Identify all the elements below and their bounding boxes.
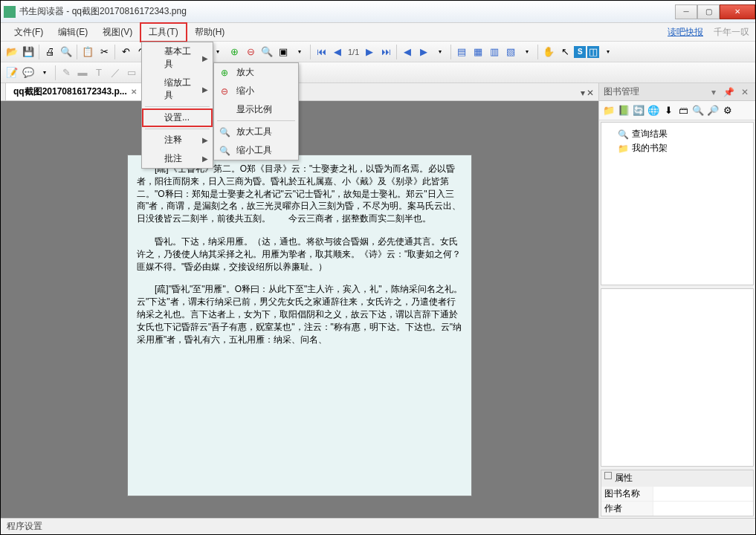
menu-markup[interactable]: 批注▶: [142, 149, 213, 168]
menu-tools[interactable]: 工具(T): [140, 22, 187, 42]
document-tab[interactable]: qq截图20170816172343.p... ✕: [5, 82, 145, 100]
gear-icon[interactable]: ⚙: [722, 105, 734, 117]
snap-icon[interactable]: ✂: [97, 45, 112, 59]
toolbar-main: 📂 💾 🖨 🔍 📋 ✂ ↶ ↷ ✋ ▭ ⊕ ▾ ⊕ ⊖ 🔍 ▣ ▾ ⏮ ◀ 1/…: [1, 42, 755, 62]
fit-icon[interactable]: ▣: [276, 45, 291, 59]
tab-label: qq截图20170816172343.p...: [13, 85, 127, 98]
tree-label: 查询结果: [632, 128, 668, 140]
fwd-icon[interactable]: ▶: [416, 45, 431, 59]
pointer-icon[interactable]: ↖: [558, 45, 572, 59]
menu-zoom-tools[interactable]: 缩放工具▶: [142, 74, 213, 105]
menu-view[interactable]: 视图(V): [95, 24, 140, 41]
hand2-icon[interactable]: ✋: [541, 45, 556, 59]
panel-title: 图书管理: [604, 85, 639, 98]
properties-grid: 属性 图书名称 作者: [601, 470, 754, 516]
s-icon[interactable]: S: [574, 46, 586, 58]
panel-menu-icon[interactable]: ▾: [711, 87, 718, 97]
share-icon[interactable]: ◫: [587, 46, 599, 58]
menu-help[interactable]: 帮助(H): [187, 24, 233, 41]
folder-icon[interactable]: 📁: [603, 105, 615, 117]
panel-header: 图书管理 ▾ 📌 ✕: [599, 83, 755, 101]
library-tree[interactable]: 🔍 查询结果 📁 我的书架: [601, 122, 754, 285]
first-page-icon[interactable]: ⏮: [314, 45, 329, 59]
open-icon[interactable]: 📂: [4, 45, 19, 59]
zoom-out-icon[interactable]: ⊖: [243, 45, 258, 59]
paragraph: [疏]《士昏礼》第二。O郑《目录》云："士娶妻之礼，以昏为而名焉。必以昏者，阳往…: [137, 163, 462, 225]
last-page-icon[interactable]: ⏭: [378, 45, 393, 59]
back-icon[interactable]: ◀: [400, 45, 415, 59]
submenu-zoom-in[interactable]: ⊕放大: [214, 63, 298, 82]
db-icon[interactable]: 🗃: [677, 105, 689, 117]
props-header[interactable]: 属性: [601, 470, 753, 486]
globe-icon[interactable]: 🌐: [647, 105, 659, 117]
layout1-icon[interactable]: ▤: [454, 45, 469, 59]
refresh-icon[interactable]: 🔄: [633, 105, 644, 117]
tools-dropdown: 基本工具▶ 缩放工具▶ 设置... 注释▶ 批注▶: [141, 42, 213, 169]
toolbar-annotate: 📝 💬 ▾ ✎ ▬ T ／ ▭ ▾: [1, 62, 755, 83]
zoom-in2-icon[interactable]: ⊕: [227, 45, 242, 59]
filter-icon[interactable]: 🔎: [707, 105, 719, 117]
menu-edit[interactable]: 编辑(E): [51, 24, 95, 41]
tree-label: 我的书架: [632, 142, 668, 155]
submenu-zoomout-tool[interactable]: 🔍缩小工具: [214, 141, 298, 160]
chevron-down-icon[interactable]: ▾: [292, 45, 307, 59]
menu-annotation[interactable]: 注释▶: [142, 131, 213, 149]
menu-settings[interactable]: 设置...: [142, 108, 213, 127]
search2-icon[interactable]: 🔍: [692, 105, 704, 117]
minimize-button[interactable]: ─: [675, 4, 697, 19]
chevron-down-icon[interactable]: ▾: [37, 65, 52, 80]
menu-file[interactable]: 文件(F): [7, 24, 51, 41]
close-button[interactable]: ✕: [720, 4, 755, 19]
maximize-button[interactable]: ▢: [697, 4, 720, 19]
tree-node-results[interactable]: 🔍 查询结果: [606, 127, 749, 141]
link-qiannian[interactable]: 千年一叹: [714, 26, 749, 39]
submenu-zoom-out[interactable]: ⊖缩小: [214, 82, 298, 100]
menu-basic-tools[interactable]: 基本工具▶: [142, 42, 213, 74]
next-page-icon[interactable]: ▶: [362, 45, 377, 59]
folder-search-icon: 🔍: [618, 129, 629, 140]
text-icon[interactable]: T: [91, 65, 106, 80]
document-viewport[interactable]: [疏]《士昏礼》第二。O郑《目录》云："士娶妻之礼，以昏为而名焉。必以昏者，阳往…: [1, 101, 598, 518]
pencil-icon[interactable]: ✎: [59, 65, 74, 80]
rotate-left-icon[interactable]: ↶: [118, 45, 133, 59]
collapse-icon[interactable]: [604, 472, 612, 479]
tab-close-icon[interactable]: ✕: [131, 88, 137, 96]
layout4-icon[interactable]: ▧: [503, 45, 518, 59]
rect-icon[interactable]: ▭: [124, 65, 139, 80]
chevron-down-icon[interactable]: ▾: [433, 45, 448, 59]
search-icon[interactable]: 🔍: [59, 45, 74, 59]
zoom-area-icon[interactable]: 🔍: [259, 45, 274, 59]
save-icon[interactable]: 💾: [21, 45, 36, 59]
download-icon[interactable]: ⬇: [662, 105, 674, 117]
app-icon: [4, 6, 16, 18]
submenu-zoomin-tool[interactable]: 🔍放大工具: [214, 123, 298, 141]
status-text: 程序设置: [7, 520, 42, 533]
highlight-icon[interactable]: ▬: [75, 65, 90, 80]
tab-menu-icon[interactable]: ▾: [581, 88, 585, 98]
tab-close-all-icon[interactable]: ✕: [587, 88, 594, 98]
panel-pin-icon[interactable]: 📌: [723, 87, 737, 97]
chevron-down-icon[interactable]: ▾: [601, 45, 616, 59]
side-panel: 图书管理 ▾ 📌 ✕ 📁 📗 🔄 🌐 ⬇ 🗃 🔍 🔎 ⚙: [599, 83, 755, 518]
panel-close-icon[interactable]: ✕: [741, 87, 751, 97]
print-icon[interactable]: 🖨: [42, 45, 57, 59]
statusbar: 程序设置: [1, 518, 755, 534]
copy-icon[interactable]: 📋: [80, 45, 95, 59]
magnify-minus-icon: 🔍: [219, 145, 230, 157]
tree-node-shelf[interactable]: 📁 我的书架: [606, 141, 749, 155]
line-icon[interactable]: ／: [108, 65, 123, 80]
submenu-ratio[interactable]: 显示比例: [214, 100, 298, 119]
menubar: 文件(F) 编辑(E) 视图(V) 工具(T) 帮助(H) 读吧快报 千年一叹: [1, 23, 755, 42]
page-indicator: 1/1: [346, 48, 361, 56]
chevron-down-icon[interactable]: ▾: [520, 45, 534, 59]
comment-icon[interactable]: 💬: [21, 65, 36, 80]
note-icon[interactable]: 📝: [4, 65, 19, 80]
layout2-icon[interactable]: ▦: [471, 45, 485, 59]
book-icon[interactable]: 📗: [618, 105, 630, 117]
minus-icon: ⊖: [219, 85, 230, 97]
layout3-icon[interactable]: ▥: [487, 45, 502, 59]
document-page: [疏]《士昏礼》第二。O郑《目录》云："士娶妻之礼，以昏为而名焉。必以昏者，阳往…: [127, 155, 472, 496]
prev-page-icon[interactable]: ◀: [330, 45, 345, 59]
titlebar: 书生阅读器 - qq截图20170816172343.png ─ ▢ ✕: [1, 1, 755, 23]
link-duba[interactable]: 读吧快报: [668, 26, 703, 39]
